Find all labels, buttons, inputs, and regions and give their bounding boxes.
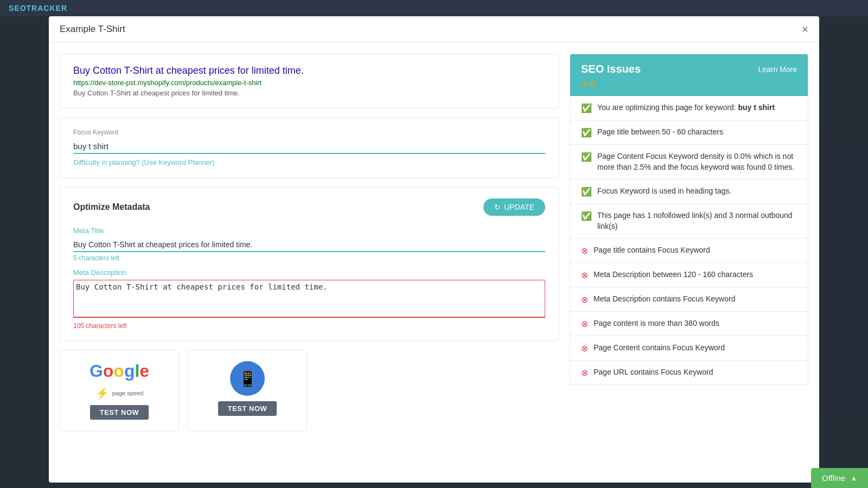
left-panel: Buy Cotton T-Shirt at cheapest prices fo… bbox=[60, 54, 559, 472]
seo-item-text-7: Meta Description contains Focus Keyword bbox=[593, 294, 735, 305]
google-pagespeed-card: G o o g l e ⚡ page speed TEST NOW bbox=[60, 350, 179, 431]
mobile-speed-card: 📱 TEST NOW bbox=[188, 350, 307, 431]
seo-item-0: ✅ You are optimizing this page for keywo… bbox=[570, 96, 808, 120]
google-letter-e: e bbox=[139, 361, 149, 381]
optimize-title: Optimize Metadata bbox=[73, 202, 150, 212]
focus-keyword-section: Focus Keyword Difficulty in planning? (U… bbox=[60, 117, 559, 178]
seo-item-text-9: Page Content contains Focus Keyword bbox=[593, 343, 725, 354]
modal-close-button[interactable]: × bbox=[802, 24, 808, 35]
preview-card: Buy Cotton T-Shirt at cheapest prices fo… bbox=[60, 54, 559, 108]
meta-title-chars-left: 5 characters left bbox=[73, 254, 545, 262]
google-logo: G o o g l e bbox=[90, 361, 149, 381]
check-icon-2: ✅ bbox=[581, 152, 592, 162]
seo-panel: SEO Issues ▲ 6 Learn More ✅ You are opti bbox=[570, 54, 808, 385]
seo-item-text-0: You are optimizing this page for keyword… bbox=[597, 102, 775, 113]
learn-more-link[interactable]: Learn More bbox=[758, 65, 797, 74]
logo: SEOTRACKER bbox=[9, 4, 67, 12]
page-speed-text: page speed bbox=[112, 390, 144, 396]
google-letter-g2: g bbox=[124, 361, 135, 381]
seo-item-5: ⊗ Page title contains Focus Keyword bbox=[570, 239, 808, 263]
warning-icon: ▲ bbox=[581, 79, 589, 87]
update-button[interactable]: ↻ UPDATE bbox=[483, 198, 545, 216]
optimize-metadata-section: Optimize Metadata ↻ UPDATE Meta Title 5 … bbox=[60, 187, 559, 341]
error-icon-6: ⊗ bbox=[581, 270, 588, 280]
modal-header: Example T-Shirt × bbox=[49, 16, 819, 43]
offline-label: Offline bbox=[822, 473, 845, 483]
error-icon-5: ⊗ bbox=[581, 246, 588, 256]
bottom-cards: G o o g l e ⚡ page speed TEST NOW bbox=[60, 350, 559, 431]
seo-item-4: ✅ This page has 1 nofollowed link(s) and… bbox=[570, 204, 808, 239]
chevron-up-icon: ▲ bbox=[851, 474, 857, 482]
check-icon-0: ✅ bbox=[581, 103, 592, 113]
google-letter-g: G bbox=[90, 361, 103, 381]
seo-item-text-8: Page content is more than 380 words bbox=[593, 318, 719, 329]
google-letter-o2: o bbox=[113, 361, 124, 381]
error-icon-7: ⊗ bbox=[581, 294, 588, 305]
google-letter-o1: o bbox=[103, 361, 114, 381]
meta-description-label: Meta Description bbox=[73, 268, 545, 277]
seo-item-10: ⊗ Page URL contains Focus Keyword bbox=[570, 361, 808, 384]
offline-badge[interactable]: Offline ▲ bbox=[811, 468, 868, 488]
preview-description: Buy Cotton T-Shirt at cheapest prices fo… bbox=[73, 89, 545, 97]
mobile-phone-icon: 📱 bbox=[238, 370, 257, 388]
error-icon-8: ⊗ bbox=[581, 319, 588, 329]
preview-url: https://dev-store-pst.myshopify.com/prod… bbox=[73, 79, 545, 87]
meta-description-textarea[interactable] bbox=[73, 280, 545, 318]
page-speed-row: ⚡ page speed bbox=[95, 387, 144, 400]
meta-title-label: Meta Title bbox=[73, 227, 545, 235]
keyword-planner-link[interactable]: Difficulty in planning? (Use Keyword Pla… bbox=[73, 158, 215, 166]
seo-item-2: ✅ Page Content Focus Keyword density is … bbox=[570, 145, 808, 179]
modal-overlay: Example T-Shirt × Buy Cotton T-Shirt at … bbox=[0, 16, 868, 488]
seo-item-1: ✅ Page title between 50 - 60 characters bbox=[570, 120, 808, 145]
meta-title-input[interactable] bbox=[73, 238, 545, 252]
seo-item-6: ⊗ Meta Description between 120 - 160 cha… bbox=[570, 263, 808, 287]
google-test-now-button[interactable]: TEST NOW bbox=[90, 405, 149, 420]
seo-item-9: ⊗ Page Content contains Focus Keyword bbox=[570, 336, 808, 361]
preview-link-title[interactable]: Buy Cotton T-Shirt at cheapest prices fo… bbox=[73, 65, 545, 76]
seo-issues-count: ▲ 6 bbox=[581, 79, 641, 87]
seo-header: SEO Issues ▲ 6 Learn More bbox=[570, 54, 808, 96]
meta-description-chars-left: 105 characters left bbox=[73, 322, 545, 330]
check-icon-1: ✅ bbox=[581, 127, 592, 138]
top-bar: SEOTRACKER bbox=[0, 0, 868, 16]
seo-item-text-4: This page has 1 nofollowed link(s) and 3… bbox=[597, 210, 797, 232]
seo-item-text-10: Page URL contains Focus Keyword bbox=[593, 367, 713, 378]
error-icon-10: ⊗ bbox=[581, 368, 588, 378]
modal-body: Buy Cotton T-Shirt at cheapest prices fo… bbox=[49, 43, 819, 483]
focus-keyword-label: Focus Keyword bbox=[73, 129, 545, 136]
focus-keyword-input[interactable] bbox=[73, 139, 545, 154]
seo-header-left: SEO Issues ▲ 6 bbox=[581, 63, 641, 87]
seo-title: SEO Issues bbox=[581, 63, 641, 75]
modal-title: Example T-Shirt bbox=[60, 24, 125, 35]
seo-item-text-2: Page Content Focus Keyword density is 0.… bbox=[597, 151, 797, 172]
seo-item-text-3: Focus Keyword is used in heading tags. bbox=[597, 186, 731, 197]
check-icon-4: ✅ bbox=[581, 211, 592, 221]
seo-item-3: ✅ Focus Keyword is used in heading tags. bbox=[570, 179, 808, 204]
mobile-test-now-button[interactable]: TEST NOW bbox=[218, 401, 277, 416]
seo-item-7: ⊗ Meta Description contains Focus Keywor… bbox=[570, 287, 808, 312]
error-icon-9: ⊗ bbox=[581, 343, 588, 354]
issues-number: 6 bbox=[591, 79, 595, 87]
update-icon: ↻ bbox=[494, 203, 501, 211]
seo-item-8: ⊗ Page content is more than 380 words bbox=[570, 312, 808, 336]
page-speed-icon: ⚡ bbox=[95, 387, 109, 400]
seo-item-text-6: Meta Description between 120 - 160 chara… bbox=[593, 269, 753, 280]
right-panel: SEO Issues ▲ 6 Learn More ✅ You are opti bbox=[570, 54, 808, 472]
seo-item-text-1: Page title between 50 - 60 characters bbox=[597, 127, 723, 138]
google-letter-l: l bbox=[135, 361, 139, 381]
seo-item-text-5: Page title contains Focus Keyword bbox=[593, 245, 710, 256]
mobile-icon-circle: 📱 bbox=[230, 361, 265, 396]
update-label: UPDATE bbox=[504, 203, 534, 211]
focus-keyword-display: buy t shirt bbox=[738, 103, 775, 112]
check-icon-3: ✅ bbox=[581, 187, 592, 197]
optimize-header: Optimize Metadata ↻ UPDATE bbox=[73, 198, 545, 216]
modal: Example T-Shirt × Buy Cotton T-Shirt at … bbox=[49, 16, 819, 483]
